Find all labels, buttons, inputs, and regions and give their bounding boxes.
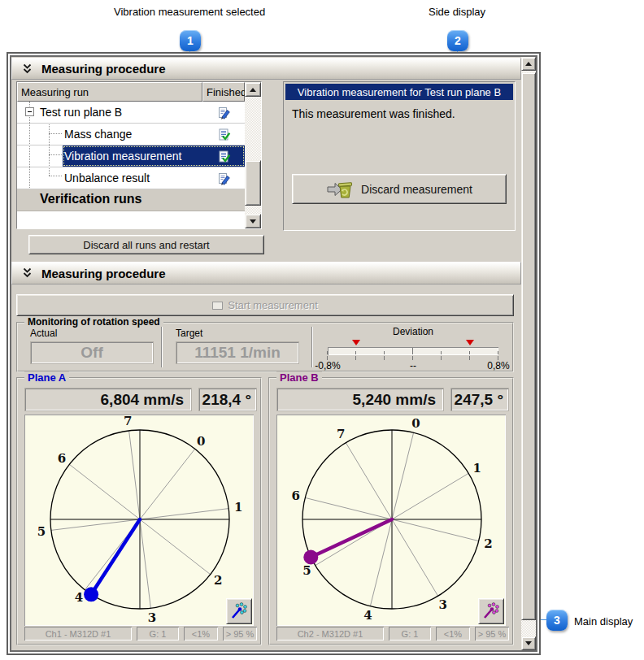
finished-status-icon xyxy=(202,102,245,123)
plane-a-status-cell: G: 1 xyxy=(137,627,179,640)
deviation-limit-marker-icon xyxy=(352,340,360,345)
callout-bubble-3: 3 xyxy=(546,610,568,631)
svg-text:3: 3 xyxy=(439,597,447,612)
rotation-speed-monitor-group: Monitoring of rotation speed Actual Off … xyxy=(16,322,514,372)
tree-item-label: Unbalance result xyxy=(64,172,150,185)
discard-all-runs-button[interactable]: Discard all runs and restart xyxy=(28,235,264,254)
plane-a-group: Plane A6,804 mm/s218,4 °01234567 Ch1 - M… xyxy=(16,377,262,645)
svg-text:5: 5 xyxy=(37,524,46,539)
plane-b-status-cell: Ch2 - M312D #1 xyxy=(276,627,384,640)
tree-expander-minus[interactable] xyxy=(25,107,34,116)
plane-b-polar-view-button[interactable] xyxy=(478,598,504,624)
tree-scroll-up-button[interactable] xyxy=(245,82,261,97)
edit-pencil-icon xyxy=(217,172,231,185)
svg-text:2: 2 xyxy=(484,536,492,551)
main-scrollbar-thumb[interactable] xyxy=(521,72,536,620)
plane-b-status-cell: > 95 % xyxy=(475,627,509,640)
plane-b-status-cell: <1% xyxy=(436,627,470,640)
plane-a-polar-chart-area: 01234567 xyxy=(24,415,254,626)
tree-scrollbar-thumb[interactable] xyxy=(245,160,261,206)
collapse-chevron-icon xyxy=(22,63,33,75)
tree-scroll-down-button[interactable] xyxy=(245,214,261,228)
group-title: Monitoring of rotation speed xyxy=(24,316,163,328)
tree-item-mass-change[interactable]: Mass change xyxy=(17,124,245,145)
main-scroll-up-button[interactable] xyxy=(521,57,536,71)
plane-a-status-bar: Ch1 - M312D #1G: 1<1%> 95 % xyxy=(24,627,257,640)
actual-speed-display: Off xyxy=(30,341,154,364)
svg-text:5: 5 xyxy=(302,563,311,578)
side-panel-title: Vibration measurement for Test run plane… xyxy=(285,84,513,100)
svg-text:4: 4 xyxy=(363,608,372,623)
plane-b-status-bar: Ch2 - M312D #1G: 1<1%> 95 % xyxy=(276,627,509,640)
up-arrow-icon xyxy=(250,85,256,92)
svg-text:7: 7 xyxy=(337,427,345,441)
tree-item-label: Vibration measurement xyxy=(64,150,181,163)
actual-label: Actual xyxy=(30,328,57,339)
panel-header-measuring-procedure-bottom[interactable]: Measuring procedure xyxy=(11,262,521,284)
polar-chart: 01234567 xyxy=(24,415,254,626)
svg-text:1: 1 xyxy=(234,500,242,515)
plane-b-group: Plane B5,240 mm/s247,5 °01234567 Ch2 - M… xyxy=(268,377,514,645)
side-display-panel: Vibration measurement for Test run plane… xyxy=(283,81,516,231)
callout-label-2: Side display xyxy=(429,6,485,18)
vibration-vector xyxy=(91,519,140,594)
up-arrow-icon xyxy=(525,59,532,66)
measuring-run-tree[interactable]: Measuring run Finished Test run plane B … xyxy=(16,81,262,229)
plane-a-status-cell: <1% xyxy=(184,627,218,640)
svg-text:6: 6 xyxy=(291,488,299,503)
discard-measurement-label: Discard measurement xyxy=(361,183,472,196)
finished-check-icon xyxy=(217,150,231,163)
plane-a-status-cell: > 95 % xyxy=(223,627,257,640)
column-header-measuring-run[interactable]: Measuring run xyxy=(17,82,202,102)
plane-b-title: Plane B xyxy=(276,371,322,384)
svg-text:0: 0 xyxy=(197,434,205,449)
callout-bubble-1: 1 xyxy=(180,30,201,51)
svg-text:6: 6 xyxy=(58,451,66,466)
discard-measurement-button[interactable]: Discard measurement xyxy=(292,174,507,204)
svg-text:7: 7 xyxy=(124,415,132,428)
panel-title: Measuring procedure xyxy=(41,62,166,76)
main-scroll-down-button[interactable] xyxy=(521,636,536,650)
tree-scrollbar[interactable] xyxy=(245,82,261,228)
plane-a-phase-display: 218,4 ° xyxy=(198,388,257,411)
deviation-max-label: 0,8% xyxy=(474,360,523,371)
plane-a-polar-view-button[interactable] xyxy=(226,598,252,624)
plane-a-amplitude-display: 6,804 mm/s xyxy=(24,388,192,411)
discard-recycle-icon xyxy=(326,179,354,200)
svg-text:1: 1 xyxy=(472,461,481,475)
deviation-limit-marker-icon xyxy=(466,340,474,345)
tree-item-test-run-plane-b[interactable]: Test run plane B xyxy=(17,102,245,124)
deviation-label: Deviation xyxy=(328,326,498,337)
collapse-chevron-icon xyxy=(22,267,33,279)
svg-text:2: 2 xyxy=(214,573,222,588)
panel-header-measuring-procedure-top[interactable]: Measuring procedure xyxy=(11,58,521,80)
tree-item-label: Mass change xyxy=(64,128,132,141)
down-arrow-icon xyxy=(250,219,256,227)
edit-pencil-icon xyxy=(217,106,231,119)
deviation-scale-bar xyxy=(328,347,498,355)
tree-item-label: Test run plane B xyxy=(40,106,122,119)
target-speed-display: 11151 1/min xyxy=(176,341,299,364)
plane-a-title: Plane A xyxy=(24,371,69,384)
polar-chart: 01234567 xyxy=(276,415,506,626)
start-measurement-icon xyxy=(212,302,223,310)
finished-status-icon xyxy=(202,167,245,189)
tree-header: Measuring run Finished xyxy=(17,82,245,102)
tree-item-verification-runs[interactable]: Verification runs xyxy=(17,189,245,211)
separator xyxy=(161,327,163,367)
polar-plot-icon xyxy=(230,602,248,620)
main-scrollbar[interactable] xyxy=(521,57,536,650)
column-header-finished[interactable]: Finished xyxy=(202,82,245,102)
tree-item-unbalance-result[interactable]: Unbalance result xyxy=(17,167,245,189)
deviation-mid-label: -- xyxy=(389,360,437,371)
plane-b-status-cell: G: 1 xyxy=(389,627,431,640)
start-measurement-button[interactable]: Start measurement xyxy=(16,294,514,316)
start-measurement-label: Start measurement xyxy=(228,299,318,311)
tree-item-label: Verification runs xyxy=(40,192,141,206)
svg-text:4: 4 xyxy=(75,590,83,605)
callout-bubble-2: 2 xyxy=(447,30,468,51)
measurement-status-text: This measurement was finished. xyxy=(292,107,455,120)
vibration-vector xyxy=(311,519,392,558)
deviation-min-label: -0,8% xyxy=(303,360,352,371)
tree-item-vibration-measurement[interactable]: Vibration measurement xyxy=(17,145,245,167)
